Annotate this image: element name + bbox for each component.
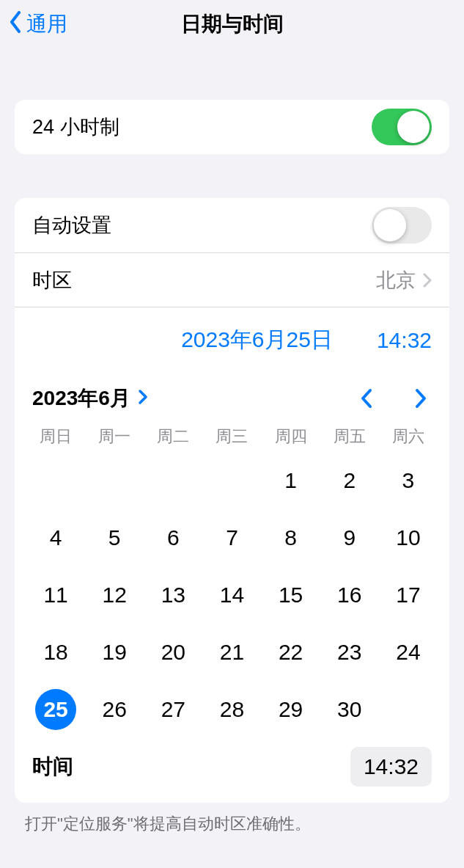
page-title: 日期与时间 [0, 10, 464, 38]
calendar-day[interactable]: 7 [202, 509, 261, 566]
calendar-day[interactable]: 20 [144, 624, 202, 681]
footer-note: 打开"定位服务"将提高自动时区准确性。 [25, 813, 439, 835]
calendar-month-header: 2023年6月 [15, 368, 449, 420]
calendar-day[interactable]: 28 [202, 681, 261, 738]
calendar-day[interactable]: 22 [262, 624, 320, 681]
calendar-day[interactable]: 3 [379, 452, 438, 509]
timezone-label: 时区 [32, 267, 72, 293]
weekday-header: 周二 [144, 426, 202, 448]
calendar-day[interactable]: 17 [379, 566, 438, 624]
calendar-day[interactable]: 12 [85, 566, 144, 624]
calendar-day[interactable]: 15 [262, 566, 320, 624]
weekday-header: 周四 [262, 426, 320, 448]
calendar-day[interactable]: 26 [85, 681, 144, 738]
calendar-day[interactable]: 10 [379, 509, 438, 566]
time-chip[interactable]: 14:32 [350, 747, 432, 787]
calendar-day[interactable]: 9 [320, 509, 379, 566]
calendar-day[interactable]: 8 [262, 509, 320, 566]
clock-24h-row: 24 小时制 [15, 100, 449, 154]
back-button[interactable]: 通用 [6, 10, 67, 38]
prev-month-button[interactable] [356, 387, 378, 409]
calendar-day[interactable]: 4 [26, 509, 85, 566]
selected-date-display[interactable]: 2023年6月25日 [181, 325, 333, 355]
calendar-day[interactable]: 2 [320, 452, 379, 509]
month-title-text: 2023年6月 [32, 384, 130, 412]
chevron-left-icon [9, 11, 22, 38]
calendar-day[interactable]: 1 [262, 452, 320, 509]
calendar-day[interactable]: 14 [202, 566, 261, 624]
weekday-header: 周五 [320, 426, 379, 448]
auto-set-row: 自动设置 [15, 198, 449, 252]
time-row: 时间 14:32 [15, 743, 449, 803]
auto-set-label: 自动设置 [32, 212, 111, 238]
calendar-day[interactable]: 6 [144, 509, 202, 566]
month-picker-button[interactable]: 2023年6月 [32, 384, 148, 412]
calendar-day[interactable]: 5 [85, 509, 144, 566]
weekday-header: 周日 [26, 426, 85, 448]
weekday-header: 周六 [379, 426, 438, 448]
datetime-display-row: 2023年6月25日 14:32 [15, 307, 449, 368]
timezone-value: 北京 [376, 267, 416, 293]
calendar-day[interactable]: 13 [144, 566, 202, 624]
calendar-day[interactable]: 21 [202, 624, 261, 681]
weekday-header: 周三 [202, 426, 261, 448]
calendar-day[interactable]: 24 [379, 624, 438, 681]
back-label: 通用 [26, 10, 67, 38]
calendar-day[interactable]: 27 [144, 681, 202, 738]
selected-time-display[interactable]: 14:32 [377, 328, 432, 353]
calendar-day[interactable]: 19 [85, 624, 144, 681]
calendar-day[interactable]: 18 [26, 624, 85, 681]
calendar-day[interactable]: 30 [320, 681, 379, 738]
clock-24h-switch[interactable] [372, 109, 432, 145]
timezone-row[interactable]: 时区 北京 [15, 252, 449, 307]
calendar-day[interactable]: 16 [320, 566, 379, 624]
calendar-day[interactable]: 29 [262, 681, 320, 738]
chevron-right-icon [130, 387, 148, 410]
clock-24h-label: 24 小时制 [32, 114, 119, 140]
time-label: 时间 [32, 753, 73, 781]
next-month-button[interactable] [410, 387, 432, 409]
calendar-day[interactable]: 11 [26, 566, 85, 624]
chevron-right-icon [423, 273, 432, 288]
calendar-day[interactable]: 25 [26, 681, 85, 738]
auto-set-switch[interactable] [372, 207, 432, 244]
weekday-header: 周一 [85, 426, 144, 448]
calendar-day[interactable]: 23 [320, 624, 379, 681]
